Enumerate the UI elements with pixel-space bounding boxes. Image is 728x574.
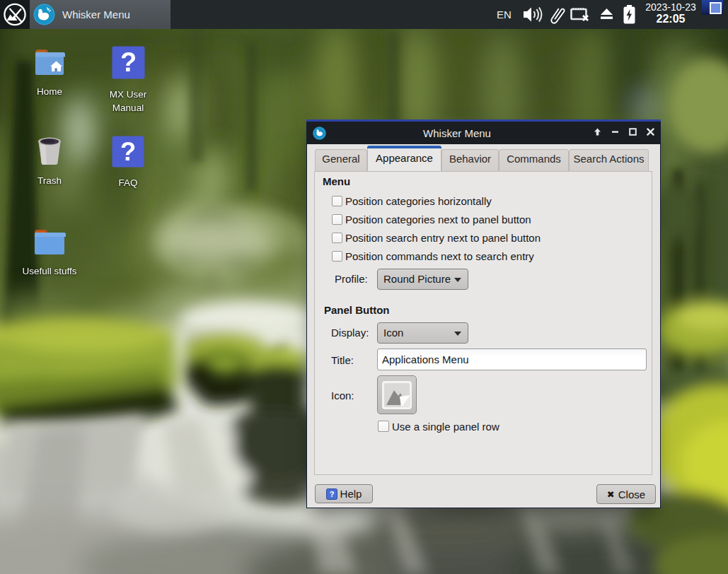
svg-text:?: ? <box>120 137 137 166</box>
svg-text:?: ? <box>329 490 334 498</box>
svg-text:?: ? <box>120 47 136 77</box>
